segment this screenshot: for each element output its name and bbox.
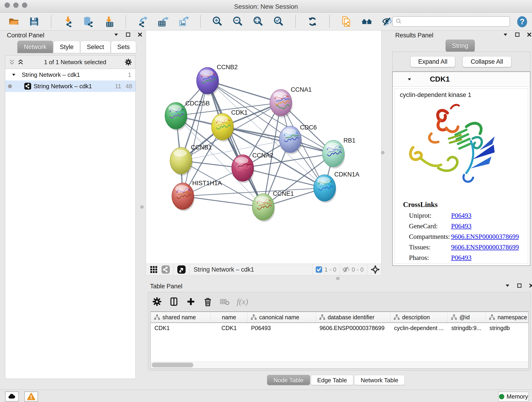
column-header-namespace[interactable]: namespace <box>486 312 528 322</box>
crosslink-value[interactable]: 9606.ENSP00000378699 <box>451 233 519 240</box>
network-node-CDC25B[interactable]: CDC25B <box>165 100 210 131</box>
hscrollbar-thumb[interactable] <box>152 363 193 367</box>
detach-view-icon[interactable] <box>177 265 186 274</box>
open-session-icon[interactable] <box>8 16 20 27</box>
tab-edge-table[interactable]: Edge Table <box>311 375 354 385</box>
refresh-icon[interactable] <box>307 16 318 27</box>
cloud-button[interactable] <box>5 391 19 402</box>
network-edge[interactable] <box>183 81 208 196</box>
network-node-CCNA2[interactable]: CCNA2 <box>232 152 273 183</box>
tab-network[interactable]: Network <box>17 41 53 53</box>
results-panel-collapse-button[interactable] <box>503 32 508 37</box>
warning-button[interactable] <box>24 391 38 402</box>
control-panel-close-button[interactable] <box>138 32 143 37</box>
bottom-splitter-handle[interactable] <box>336 277 340 280</box>
column-header-name[interactable]: name <box>211 312 247 322</box>
first-neighbors-icon[interactable] <box>361 16 373 27</box>
zoom-out-icon[interactable] <box>232 16 244 27</box>
crosslink-value[interactable]: P06493 <box>451 222 472 230</box>
table-panel-close-button[interactable] <box>529 283 532 288</box>
tree-expanded-icon[interactable] <box>407 77 412 82</box>
network-node-CDC6[interactable]: CDC6 <box>279 124 317 154</box>
grid-view-icon[interactable] <box>149 265 158 274</box>
chevron-double-down-icon[interactable] <box>8 59 15 65</box>
column-tree-icon <box>451 314 457 320</box>
crosslink-value[interactable]: P06493 <box>451 254 472 262</box>
tab-sets[interactable]: Sets <box>111 41 136 53</box>
network-node-CCNB1[interactable]: CCNB1 <box>170 144 212 176</box>
import-network-file-icon[interactable] <box>62 16 74 27</box>
tab-select[interactable]: Select <box>80 41 110 53</box>
tab-string[interactable]: String <box>446 40 475 52</box>
column-header-label: description <box>402 314 430 321</box>
selected-checkbox-icon[interactable] <box>315 266 323 273</box>
hidden-eye-icon[interactable] <box>342 266 350 273</box>
column-header--id[interactable]: @id <box>448 312 486 322</box>
collapse-all-button[interactable]: Collapse All <box>462 56 511 67</box>
tab-style[interactable]: Style <box>53 41 80 53</box>
column-header-shared-name[interactable]: shared name <box>151 312 211 322</box>
gene-header-row[interactable]: CDK1 <box>393 72 530 87</box>
tab-node-table[interactable]: Node Table <box>267 375 310 385</box>
table-settings-gear-icon[interactable] <box>152 296 162 307</box>
import-network-database-icon[interactable] <box>82 16 94 27</box>
crosslink-value[interactable]: P06493 <box>451 212 472 219</box>
hide-selected-icon[interactable] <box>381 16 393 27</box>
memory-button[interactable]: Memory <box>498 392 529 402</box>
results-panel-float-button[interactable] <box>515 32 520 37</box>
export-table-icon[interactable] <box>157 16 169 27</box>
tree-expanded-icon[interactable] <box>11 72 16 77</box>
table-panel-collapse-button[interactable] <box>505 283 510 288</box>
network-edge[interactable] <box>208 81 263 207</box>
help-button[interactable]: ? <box>515 15 529 29</box>
chevron-double-up-icon[interactable] <box>17 59 24 65</box>
column-header-database-identifier[interactable]: database identifier <box>316 312 390 322</box>
network-node-CCNE1[interactable]: CCNE1 <box>252 190 294 222</box>
control-panel-collapse-button[interactable] <box>114 32 119 37</box>
delete-column-icon[interactable] <box>203 296 213 307</box>
table-row[interactable]: CDK1CDK1P064939606.ENSP00000378699cyclin… <box>151 323 528 333</box>
network-options-gear-icon[interactable] <box>124 58 132 66</box>
network-collection-row[interactable]: String Network – cdk1 1 <box>5 69 135 80</box>
tab-network-table[interactable]: Network Table <box>354 375 405 385</box>
results-panel-title: Results Panel <box>395 32 433 39</box>
network-canvas[interactable]: CCNB2 CCNA1 CDC25B CDK1 CDC6 <box>146 31 381 264</box>
network-node-CDKN1A[interactable]: CDKN1A <box>314 171 360 203</box>
column-header-label: shared name <box>162 314 196 321</box>
crosslink-value[interactable]: 9606.ENSP00000378699 <box>451 243 519 251</box>
clone-network-icon[interactable] <box>341 16 352 27</box>
column-header-description[interactable]: description <box>390 312 448 322</box>
expand-all-button[interactable]: Expand All <box>410 56 455 67</box>
function-builder-button[interactable]: f(x) <box>237 296 248 307</box>
delete-table-icon[interactable] <box>220 296 230 307</box>
gene-name: CDK1 <box>430 75 450 83</box>
right-splitter-handle[interactable] <box>381 151 385 154</box>
zoom-fit-icon[interactable] <box>252 16 264 27</box>
gene-description: cyclin-dependent kinase 1 <box>400 91 471 99</box>
export-image-icon[interactable] <box>177 16 190 27</box>
table-cell: cyclin-dependent ... <box>390 323 448 333</box>
column-header-canonical-name[interactable]: canonical name <box>247 312 316 322</box>
cytoscape-window: Session: New Session ? Control Panel Net… <box>0 0 532 402</box>
results-buttons-box: Expand All Collapse All <box>392 51 530 71</box>
zoom-in-icon[interactable] <box>211 16 223 27</box>
show-columns-icon[interactable] <box>169 296 179 307</box>
network-node-CCNB2[interactable]: CCNB2 <box>196 64 238 96</box>
search-input[interactable] <box>404 18 507 25</box>
save-session-icon[interactable] <box>28 16 40 27</box>
network-edge[interactable] <box>183 196 263 207</box>
left-splitter-handle[interactable] <box>140 205 144 209</box>
table-panel-float-button[interactable] <box>517 283 522 288</box>
delete-table-icon <box>220 297 230 307</box>
network-badge-gray-icon[interactable] <box>161 265 170 274</box>
birds-eye-view-icon[interactable] <box>371 265 380 274</box>
import-table-file-icon[interactable] <box>103 16 115 27</box>
network-node-RB1[interactable]: RB1 <box>322 137 355 168</box>
network-row[interactable]: String Network – cdk1 11 48 <box>5 80 135 92</box>
zoom-selected-icon[interactable] <box>273 16 285 27</box>
results-panel-close-button[interactable] <box>527 32 532 37</box>
export-network-icon[interactable] <box>137 16 149 27</box>
control-panel-float-button[interactable] <box>126 32 131 37</box>
add-column-icon[interactable] <box>186 296 196 307</box>
trash-icon <box>203 297 213 307</box>
